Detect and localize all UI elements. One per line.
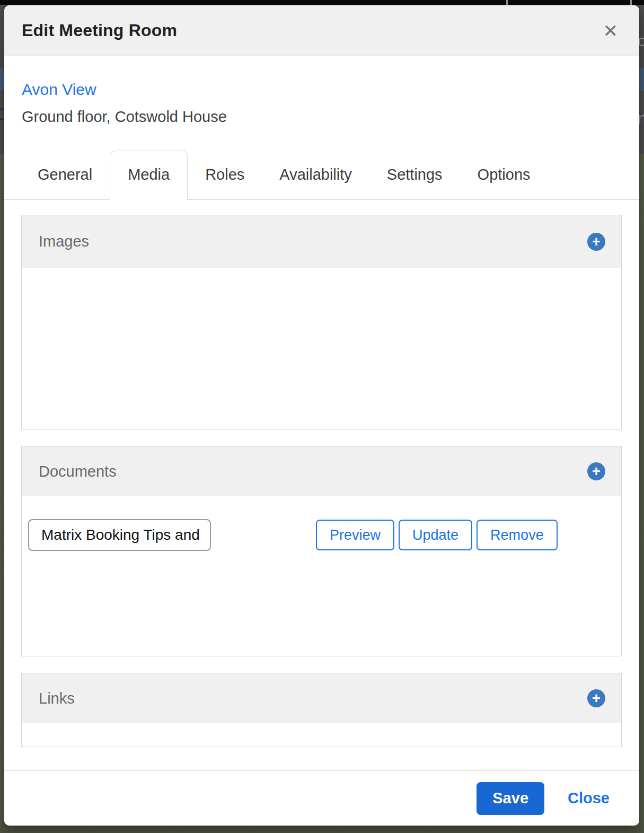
room-summary: Avon View Ground floor, Cotswold House (22, 80, 618, 126)
tab-bar: General Media Roles Availability Setting… (4, 151, 639, 200)
dialog-footer: Save Close (4, 770, 639, 826)
documents-panel-header: Documents + (22, 446, 621, 496)
update-document-button[interactable]: Update (399, 520, 472, 550)
documents-panel: Documents + Preview Update Remove (21, 446, 622, 656)
add-image-button[interactable]: + (587, 233, 605, 251)
background-tick (630, 0, 632, 5)
tab-media[interactable]: Media (110, 151, 188, 200)
documents-panel-title: Documents (39, 463, 117, 480)
dialog-header: Edit Meeting Room ✕ (4, 5, 639, 56)
links-panel-title: Links (39, 690, 75, 707)
links-panel: Links + (21, 673, 622, 747)
tab-options[interactable]: Options (460, 151, 548, 199)
tab-general[interactable]: General (20, 151, 110, 199)
edit-meeting-room-dialog: Edit Meeting Room ✕ Avon View Ground flo… (4, 5, 639, 826)
tab-roles[interactable]: Roles (188, 151, 262, 199)
plus-icon: + (592, 233, 601, 250)
plus-icon: + (592, 463, 601, 480)
dialog-title: Edit Meeting Room (22, 21, 177, 40)
images-empty-area (22, 268, 621, 429)
documents-list: Preview Update Remove (22, 496, 621, 656)
close-button[interactable]: Close (568, 790, 610, 807)
add-link-button[interactable]: + (587, 689, 605, 707)
images-panel-header: Images + (22, 215, 621, 268)
background-tick (506, 0, 508, 5)
tab-settings[interactable]: Settings (369, 151, 460, 199)
remove-document-button[interactable]: Remove (477, 520, 558, 550)
background-partial-text: D (0, 106, 4, 122)
background-top-bar (0, 0, 644, 5)
document-row: Preview Update Remove (22, 496, 621, 551)
add-document-button[interactable]: + (587, 462, 605, 480)
save-button[interactable]: Save (477, 782, 544, 815)
document-name-input[interactable] (28, 519, 211, 551)
images-panel: Images + (21, 215, 622, 429)
images-panel-title: Images (39, 233, 89, 250)
preview-document-button[interactable]: Preview (316, 520, 394, 550)
plus-icon: + (592, 690, 601, 707)
room-name-link[interactable]: Avon View (22, 80, 618, 99)
links-panel-header: Links + (22, 673, 621, 723)
links-empty-area (22, 723, 621, 747)
document-actions: Preview Update Remove (316, 520, 558, 550)
close-icon[interactable]: ✕ (603, 22, 619, 40)
room-location: Ground floor, Cotswold House (22, 107, 618, 126)
tab-availability[interactable]: Availability (262, 151, 369, 199)
